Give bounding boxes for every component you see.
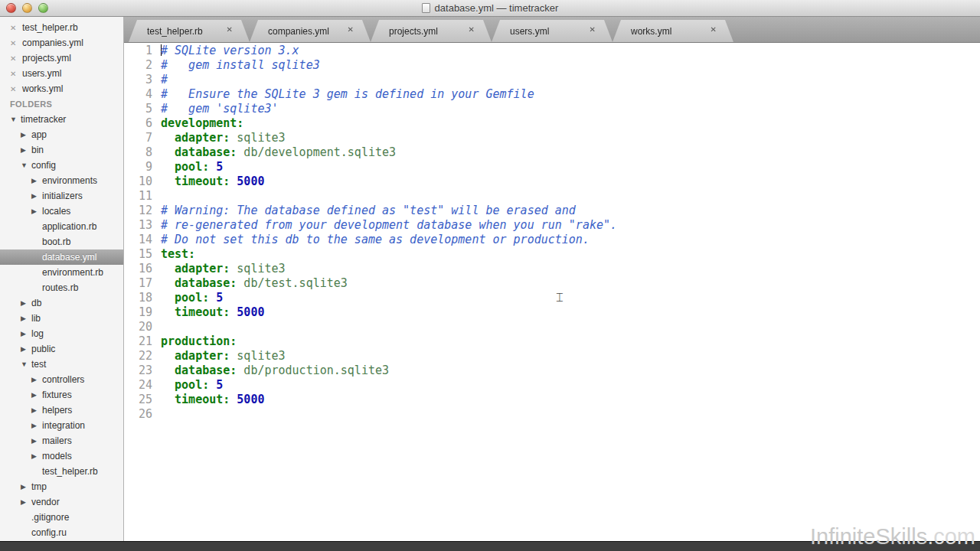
tab-close-icon[interactable]: ✕	[469, 26, 475, 34]
line-text: adapter: sqlite3	[161, 349, 980, 364]
tree-item[interactable]: ▶ integration	[0, 418, 123, 433]
disclosure-triangle-icon[interactable]: ▼	[10, 116, 21, 123]
zoom-window-button[interactable]	[38, 3, 48, 13]
close-file-icon[interactable]: ✕	[10, 24, 22, 32]
titlebar[interactable]: database.yml — timetracker	[0, 0, 980, 17]
disclosure-triangle-icon[interactable]: ▶	[21, 483, 31, 491]
tree-item[interactable]: ▶ lib	[0, 311, 123, 326]
close-file-icon[interactable]: ✕	[10, 39, 22, 47]
tab-bar: test_helper.rb ✕ companies.yml ✕ project…	[124, 17, 980, 43]
tree-item[interactable]: ▶ controllers	[0, 372, 123, 387]
tree-item[interactable]: routes.rb	[0, 280, 123, 295]
tree-item[interactable]: application.rb	[0, 219, 123, 234]
open-file-label: companies.yml	[22, 37, 83, 48]
line-number: 10	[124, 174, 161, 189]
close-window-button[interactable]	[6, 3, 16, 13]
window-title: database.yml — timetracker	[435, 2, 559, 14]
code-token: 5000	[230, 174, 264, 188]
tree-item[interactable]: ▶ app	[0, 127, 123, 142]
disclosure-triangle-icon[interactable]: ▶	[31, 406, 42, 414]
tree-item[interactable]: environment.rb	[0, 265, 123, 280]
tree-item[interactable]: test_helper.rb	[0, 464, 123, 479]
tree-item[interactable]: boot.rb	[0, 234, 123, 249]
disclosure-triangle-icon[interactable]: ▶	[31, 207, 42, 215]
tree-item-label: bin	[31, 145, 44, 155]
disclosure-triangle-icon[interactable]: ▶	[21, 131, 31, 139]
tree-item[interactable]: ▶ vendor	[0, 494, 123, 510]
line-number: 11	[124, 189, 161, 204]
disclosure-triangle-icon[interactable]: ▶	[31, 391, 42, 399]
tree-item[interactable]: .gitignore	[0, 510, 123, 525]
open-file-item[interactable]: ✕ companies.yml	[0, 35, 123, 51]
tree-item[interactable]: ▶ initializers	[0, 188, 123, 204]
disclosure-triangle-icon[interactable]: ▶	[21, 330, 31, 337]
tree-item[interactable]: ▶ mailers	[0, 433, 123, 448]
code-token	[161, 131, 175, 145]
tree-item[interactable]: ▶ environments	[0, 173, 123, 188]
tab-close-icon[interactable]: ✕	[348, 26, 354, 34]
tree-item[interactable]: ▶ log	[0, 326, 123, 341]
tree-item-label: locales	[42, 206, 70, 217]
close-file-icon[interactable]: ✕	[10, 70, 22, 78]
editor-tab[interactable]: test_helper.rb ✕	[129, 20, 250, 42]
tab-label: projects.yml	[371, 26, 438, 37]
code-editor[interactable]: 1 # SQLite version 3.x 2 # gem install s…	[124, 43, 980, 541]
tree-item-label: public	[31, 344, 55, 354]
code-line: 6 development:	[124, 116, 980, 131]
editor-tab[interactable]: users.yml ✕	[492, 20, 612, 42]
tree-item[interactable]: ▶ db	[0, 295, 123, 311]
open-file-item[interactable]: ✕ test_helper.rb	[0, 20, 123, 35]
tree-item[interactable]: database.yml	[0, 249, 123, 265]
line-number: 13	[124, 218, 161, 233]
disclosure-triangle-icon[interactable]: ▶	[21, 146, 31, 154]
disclosure-triangle-icon[interactable]: ▶	[31, 437, 42, 445]
disclosure-triangle-icon[interactable]: ▶	[21, 299, 31, 307]
code-line: 8 database: db/development.sqlite3	[124, 145, 980, 160]
disclosure-triangle-icon[interactable]: ▶	[21, 498, 31, 506]
tree-item[interactable]: ▼ timetracker	[0, 112, 123, 127]
tree-item[interactable]: ▶ models	[0, 448, 123, 464]
tree-item[interactable]: ▶ locales	[0, 204, 123, 219]
tree-item-label: routes.rb	[42, 282, 78, 293]
open-file-item[interactable]: ✕ users.yml	[0, 66, 123, 81]
open-file-item[interactable]: ✕ projects.yml	[0, 51, 123, 66]
line-text: timeout: 5000	[161, 393, 980, 407]
editor-tab[interactable]: companies.yml ✕	[250, 20, 371, 42]
editor-tab[interactable]: projects.yml ✕	[371, 20, 492, 42]
line-number: 12	[124, 204, 161, 218]
tree-item[interactable]: ▼ test	[0, 357, 123, 372]
tab-close-icon[interactable]: ✕	[227, 26, 233, 34]
tree-item[interactable]: ▼ config	[0, 158, 123, 173]
disclosure-triangle-icon[interactable]: ▶	[21, 315, 31, 322]
editor-tab[interactable]: works.yml ✕	[612, 20, 733, 42]
tab-close-icon[interactable]: ✕	[710, 26, 717, 34]
tree-item[interactable]: ▶ bin	[0, 142, 123, 158]
code-line: 13 # re-generated from your development …	[124, 218, 980, 233]
close-file-icon[interactable]: ✕	[10, 85, 22, 93]
tab-close-icon[interactable]: ✕	[590, 26, 596, 34]
disclosure-triangle-icon[interactable]: ▼	[21, 161, 31, 169]
tree-item-label: vendor	[31, 497, 60, 507]
disclosure-triangle-icon[interactable]: ▶	[31, 422, 42, 429]
code-token: 5	[209, 291, 223, 305]
line-number: 7	[124, 131, 161, 145]
tree-item[interactable]: config.ru	[0, 525, 123, 540]
code-line: 21 production:	[124, 334, 980, 349]
code-token: pool:	[175, 378, 209, 392]
minimize-window-button[interactable]	[22, 3, 32, 13]
disclosure-triangle-icon[interactable]: ▶	[31, 376, 42, 383]
code-token: adapter:	[175, 349, 230, 363]
disclosure-triangle-icon[interactable]: ▼	[21, 360, 31, 368]
disclosure-triangle-icon[interactable]: ▶	[31, 177, 42, 184]
open-file-item[interactable]: ✕ works.yml	[0, 81, 123, 96]
tree-item[interactable]: ▶ tmp	[0, 479, 123, 494]
tree-item[interactable]: ▶ fixtures	[0, 387, 123, 403]
disclosure-triangle-icon[interactable]: ▶	[21, 345, 31, 353]
tab-label: works.yml	[612, 26, 671, 37]
disclosure-triangle-icon[interactable]: ▶	[31, 192, 42, 200]
tree-item[interactable]: ▶ public	[0, 341, 123, 357]
close-file-icon[interactable]: ✕	[10, 54, 22, 63]
code-line: 22 adapter: sqlite3	[124, 349, 980, 364]
tree-item[interactable]: ▶ helpers	[0, 403, 123, 418]
disclosure-triangle-icon[interactable]: ▶	[31, 452, 42, 460]
